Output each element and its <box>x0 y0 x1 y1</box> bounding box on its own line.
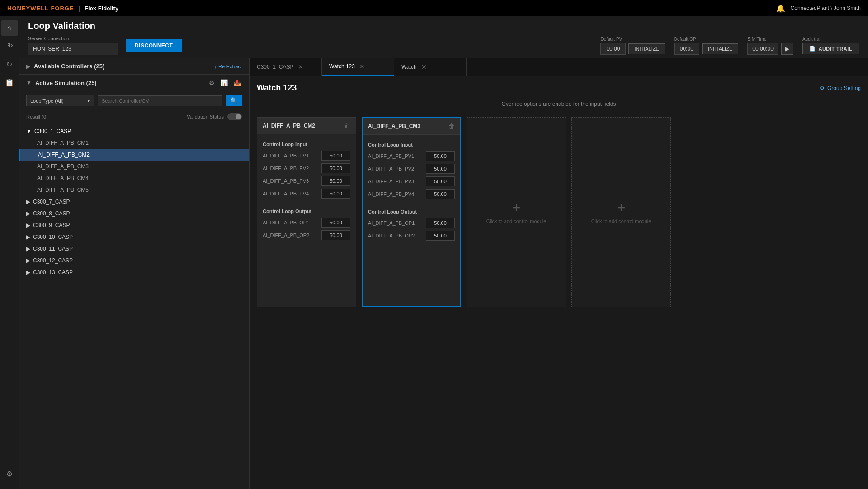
sim-play-button[interactable]: ▶ <box>781 43 793 55</box>
tree-chevron-icon: ▶ <box>26 234 30 240</box>
tab-c300-close-icon[interactable]: ✕ <box>297 63 304 71</box>
tree-item-cm2[interactable]: AI_DIFF_A_PB_CM2 <box>19 149 249 161</box>
disconnect-button[interactable]: DISCONNECT <box>126 39 182 52</box>
module-cm2-output-label: Control Loop Output <box>263 209 350 214</box>
module-cm3-op1-label: AI_DIFF_A_PB_OP1 <box>368 220 426 226</box>
tree-group-c300-7-header[interactable]: ▶ C300_7_CASP <box>19 196 249 208</box>
tree-group-c300-9-header[interactable]: ▶ C300_9_CASP <box>19 219 249 231</box>
validation-toggle-switch[interactable] <box>227 113 242 120</box>
sim-time-row: 00:00:00 ▶ <box>747 43 793 55</box>
module-cm2-pv2-label: AI_DIFF_A_PB_PV2 <box>263 166 321 171</box>
sim-time-label: SIM Time <box>747 37 766 42</box>
sidebar-home-btn[interactable]: ⌂ <box>1 20 18 36</box>
server-input[interactable] <box>28 43 118 55</box>
module-cm2-pv1-input[interactable] <box>321 151 350 161</box>
tree-item-cm1[interactable]: AI_DIFF_A_PB_CM1 <box>19 137 249 149</box>
active-sim-title: Active Simulation (25) <box>35 80 97 86</box>
top-bar-branding: HONEYWELL FORGE | Flex Fidelity <box>7 5 118 12</box>
initialize-pv-button[interactable]: INITIALIZE <box>628 43 665 54</box>
audit-trail-button[interactable]: 📄 AUDIT TRAIL <box>802 43 859 54</box>
tree-item-cm5[interactable]: AI_DIFF_A_PB_CM5 <box>19 184 249 196</box>
tree-group-c300-12-header[interactable]: ▶ C300_12_CASP <box>19 255 249 266</box>
re-extract-button[interactable]: ↑ Re-Extract <box>214 64 242 69</box>
module-cm3-pv1-input[interactable] <box>426 151 455 161</box>
tree-group-label: C300_8_CASP <box>33 210 70 217</box>
module-cm2-op1-input[interactable] <box>321 218 350 228</box>
chart-icon-button[interactable]: 📊 <box>219 78 229 87</box>
product-name: Flex Fidelity <box>85 5 118 12</box>
module-cm3-op2-input[interactable] <box>426 231 455 241</box>
tree-group-label: C300_1_CASP <box>34 128 71 134</box>
loop-type-chevron-icon: ▾ <box>87 98 90 104</box>
module-cm3-pv4-input[interactable] <box>426 189 455 199</box>
module-cm3-body: Control Loop Input AI_DIFF_A_PB_PV1 AI_D… <box>363 135 460 249</box>
tab-watch-123[interactable]: Watch 123 ✕ <box>322 58 394 76</box>
sim-time-value: 00:00:00 <box>747 43 778 55</box>
module-cm3-delete-icon[interactable]: 🗑 <box>448 123 455 130</box>
sidebar-view-btn[interactable]: 👁 <box>1 38 18 54</box>
module-cm3-pv2-input[interactable] <box>426 164 455 174</box>
module-cm3-op2-row: AI_DIFF_A_PB_OP2 <box>368 231 455 241</box>
module-cm2-pv2-input[interactable] <box>321 163 350 173</box>
module-cm3-pv2-row: AI_DIFF_A_PB_PV2 <box>368 164 455 174</box>
audit-trail-label: Audit trail <box>802 37 821 42</box>
add-module-card-2[interactable]: + Click to add control module <box>571 117 671 307</box>
page-header: Loop Validation Server Connection DISCON… <box>19 16 868 58</box>
tab-watch-123-label: Watch 123 <box>329 63 355 70</box>
sidebar-refresh-btn[interactable]: ↻ <box>1 56 18 72</box>
module-cm3-op1-input[interactable] <box>426 218 455 228</box>
module-cm2-delete-icon[interactable]: 🗑 <box>344 122 350 129</box>
tab-watch-add[interactable]: Watch ✕ <box>394 58 467 76</box>
user-info: ConnectedPlant \ John Smith <box>791 5 861 11</box>
module-cm2-op2-input[interactable] <box>321 230 350 240</box>
module-cm2-pv3-label: AI_DIFF_A_PB_PV3 <box>263 178 321 184</box>
module-card-cm3: AI_DIFF_A_PB_CM3 🗑 Control Loop Input AI… <box>362 117 461 307</box>
tree-chevron-icon: ▶ <box>26 199 30 205</box>
tree-group-c300-11-header[interactable]: ▶ C300_11_CASP <box>19 243 249 255</box>
tree-container: ▼ C300_1_CASP AI_DIFF_A_PB_CM1 AI_DIFF_A… <box>19 123 249 489</box>
tree-group-c300-13-header[interactable]: ▶ C300_13_CASP <box>19 266 249 278</box>
notification-icon[interactable]: 🔔 <box>776 4 785 13</box>
module-cm3-pv4-row: AI_DIFF_A_PB_PV4 <box>368 189 455 199</box>
add-module-card-1[interactable]: + Click to add control module <box>467 117 566 307</box>
module-cm2-op2-row: AI_DIFF_A_PB_OP2 <box>263 230 350 240</box>
result-label: Result (0) <box>26 114 48 119</box>
module-cm2-pv4-row: AI_DIFF_A_PB_PV4 <box>263 189 350 199</box>
tab-watch-close-icon[interactable]: ✕ <box>420 63 428 71</box>
module-cm2-pv4-input[interactable] <box>321 189 350 199</box>
search-button[interactable]: 🔍 <box>226 95 242 106</box>
available-controllers-header: ▶ Available Controllers (25) ↑ Re-Extrac… <box>19 58 249 75</box>
sidebar-settings-btn[interactable]: ⚙ <box>1 465 18 482</box>
loop-type-select[interactable]: Loop Type (All) ▾ <box>26 95 94 106</box>
tree-group-c300-10-header[interactable]: ▶ C300_10_CASP <box>19 231 249 243</box>
tabs-bar: C300_1_CASP ✕ Watch 123 ✕ Watch ✕ <box>250 58 868 76</box>
tree-item-cm4[interactable]: AI_DIFF_A_PB_CM4 <box>19 172 249 184</box>
group-setting-button[interactable]: ⚙ Group Setting <box>820 85 861 91</box>
filter-icon-button[interactable]: ⚙ <box>208 78 216 87</box>
tree-group-c300-8-header[interactable]: ▶ C300_8_CASP <box>19 208 249 219</box>
export-icon-button[interactable]: 📤 <box>232 78 242 87</box>
gear-icon: ⚙ <box>820 85 825 91</box>
audit-trail-block: Audit trail 📄 AUDIT TRAIL <box>802 37 859 54</box>
available-chevron-icon[interactable]: ▶ <box>26 63 30 70</box>
module-cm2-pv3-input[interactable] <box>321 176 350 186</box>
validation-status-toggle[interactable]: Validation Status <box>187 113 242 120</box>
active-sim-chevron-icon[interactable]: ▼ <box>26 80 32 86</box>
initialize-op-button[interactable]: INITIALIZE <box>702 43 738 54</box>
module-cm2-header: AI_DIFF_A_PB_CM2 🗑 <box>257 118 356 134</box>
filter-row: Loop Type (All) ▾ 🔍 <box>19 91 249 110</box>
module-cm2-op2-label: AI_DIFF_A_PB_OP2 <box>263 233 321 238</box>
search-controller-input[interactable] <box>98 95 222 106</box>
tab-watch-123-close-icon[interactable]: ✕ <box>359 63 366 70</box>
tree-item-cm3[interactable]: AI_DIFF_A_PB_CM3 <box>19 161 249 172</box>
module-cm2-pv4-label: AI_DIFF_A_PB_PV4 <box>263 191 321 196</box>
content-area: ▶ Available Controllers (25) ↑ Re-Extrac… <box>19 58 868 489</box>
tree-group-label: C300_10_CASP <box>33 234 73 240</box>
module-cm3-pv3-input[interactable] <box>426 176 455 186</box>
main-layout: Loop Validation Server Connection DISCON… <box>19 16 868 489</box>
tab-c300-1-casp[interactable]: C300_1_CASP ✕ <box>250 58 322 76</box>
extract-icon: ↑ <box>214 64 217 69</box>
server-label: Server Connection <box>28 36 118 41</box>
tree-group-c300-1-header[interactable]: ▼ C300_1_CASP <box>19 125 249 137</box>
sidebar-doc-btn[interactable]: 📋 <box>1 74 18 90</box>
